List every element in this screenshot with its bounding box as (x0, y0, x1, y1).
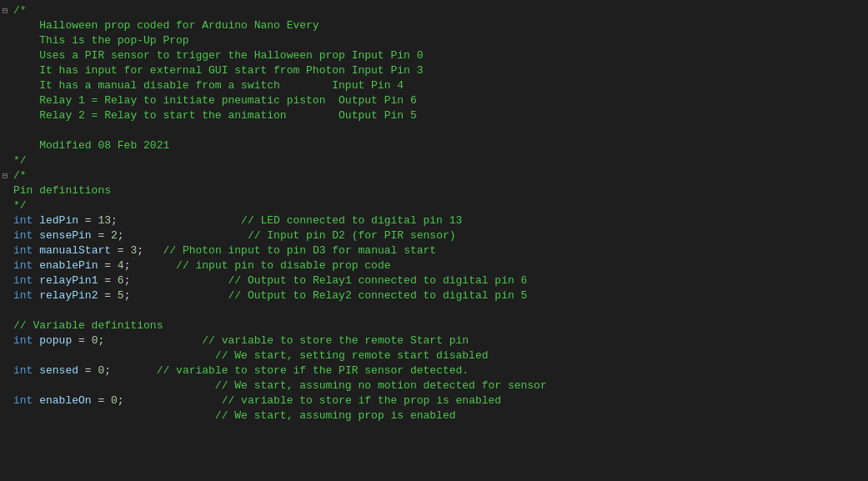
code-line: It has input for external GUI start from… (0, 63, 868, 78)
code-segment: int (13, 364, 33, 377)
code-segment (13, 379, 215, 392)
code-segment: int (13, 334, 33, 347)
code-segment: enablePin (39, 259, 98, 272)
code-segment: /* (13, 169, 27, 182)
code-line: ⊟/* (0, 3, 868, 18)
line-content: int relayPin2 = 5; // Output to Relay2 c… (10, 288, 868, 303)
line-content: // We start, assuming no motion detected… (10, 378, 868, 393)
line-content: int popup = 0; // variable to store the … (10, 333, 868, 348)
fold-icon (0, 393, 10, 408)
code-line: ⊟/* (0, 168, 868, 183)
code-line (0, 123, 868, 138)
fold-icon (0, 108, 10, 123)
code-segment: sensePin (39, 229, 91, 242)
fold-icon[interactable]: ⊟ (0, 3, 10, 18)
code-segment: // We start, assuming prop is enabled (215, 409, 456, 422)
code-line: int popup = 0; // variable to store the … (0, 333, 868, 348)
code-line: int ledPin = 13; // LED connected to dig… (0, 213, 868, 228)
code-segment: // variable to store the remote Start pi… (202, 334, 469, 347)
code-line: Modified 08 Feb 2021 (0, 138, 868, 153)
code-segment: // We start, setting remote start disabl… (215, 349, 489, 362)
line-content: Relay 1 = Relay to initiate pneumatic pi… (10, 93, 868, 108)
code-segment: ; (118, 394, 222, 407)
code-segment: sensed (39, 364, 78, 377)
code-line: int enablePin = 4; // input pin to disab… (0, 258, 868, 273)
fold-icon (0, 258, 10, 273)
line-content: // Variable definitions (10, 318, 868, 333)
line-content: It has input for external GUI start from… (10, 63, 868, 78)
code-segment: int (13, 394, 33, 407)
code-line: // We start, assuming no motion detected… (0, 378, 868, 393)
code-line: // Variable definitions (0, 318, 868, 333)
line-content: It has a manual disable from a switch In… (10, 78, 868, 93)
code-segment: // Output to Relay1 connected to digital… (228, 274, 527, 287)
code-segment: This is the pop-Up Prop (13, 34, 189, 47)
code-segment: ledPin (39, 214, 78, 227)
code-segment: ; (118, 229, 248, 242)
line-content: Relay 2 = Relay to start the animation O… (10, 108, 868, 123)
line-content: This is the pop-Up Prop (10, 33, 868, 48)
line-content: Pin definitions (10, 183, 868, 198)
code-segment: int (13, 289, 33, 302)
code-line: int enableOn = 0; // variable to store i… (0, 393, 868, 408)
code-segment: 5 (118, 289, 124, 302)
code-segment: Uses a PIR sensor to trigger the Hallowe… (13, 49, 423, 62)
code-editor: ⊟/* Halloween prop coded for Arduino Nan… (0, 0, 868, 481)
line-content: /* (10, 3, 868, 18)
fold-icon (0, 348, 10, 363)
line-content: Uses a PIR sensor to trigger the Hallowe… (10, 48, 868, 63)
code-segment: Relay 2 = Relay to start the animation O… (13, 109, 417, 122)
code-segment: = (98, 289, 117, 302)
code-line: // We start, setting remote start disabl… (0, 348, 868, 363)
code-line: Relay 2 = Relay to start the animation O… (0, 108, 868, 123)
code-segment: = (92, 229, 111, 242)
code-segment: // We start, assuming no motion detected… (215, 379, 547, 392)
code-line: Pin definitions (0, 183, 868, 198)
code-segment: */ (13, 199, 27, 212)
code-segment: ; (111, 214, 241, 227)
code-line: int sensed = 0; // variable to store if … (0, 363, 868, 378)
code-segment: popup (39, 334, 72, 347)
code-line: Relay 1 = Relay to initiate pneumatic pi… (0, 93, 868, 108)
code-line: int sensePin = 2; // Input pin D2 (for P… (0, 228, 868, 243)
fold-icon (0, 288, 10, 303)
code-segment: int (13, 259, 33, 272)
code-segment: It has a manual disable from a switch In… (13, 79, 404, 92)
code-segment: // variable to store if the PIR sensor d… (157, 364, 469, 377)
code-line: */ (0, 153, 868, 168)
code-line: int relayPin1 = 6; // Output to Relay1 c… (0, 273, 868, 288)
code-segment: int (13, 229, 33, 242)
code-segment: = (92, 394, 111, 407)
fold-icon (0, 303, 10, 318)
fold-icon (0, 78, 10, 93)
fold-icon (0, 18, 10, 33)
code-line (0, 303, 868, 318)
code-segment: // LED connected to digital pin 13 (241, 214, 462, 227)
code-segment: ; (124, 274, 228, 287)
code-line: */ (0, 198, 868, 213)
code-segment: // Photon input to pin D3 for manual sta… (163, 244, 436, 257)
code-segment: 2 (111, 229, 118, 242)
fold-icon (0, 183, 10, 198)
code-segment: = (78, 214, 98, 227)
code-segment: It has input for external GUI start from… (13, 64, 423, 77)
fold-icon[interactable]: ⊟ (0, 168, 10, 183)
code-segment: // Input pin D2 (for PIR sensor) (248, 229, 456, 242)
line-content: // We start, setting remote start disabl… (10, 348, 868, 363)
code-segment: relayPin2 (39, 289, 98, 302)
code-segment: // Variable definitions (13, 319, 163, 332)
code-segment: = (78, 364, 98, 377)
line-content: int relayPin1 = 6; // Output to Relay1 c… (10, 273, 868, 288)
fold-icon (0, 198, 10, 213)
code-line: Halloween prop coded for Arduino Nano Ev… (0, 18, 868, 33)
fold-icon (0, 33, 10, 48)
code-segment: = (72, 334, 91, 347)
code-segment: enableOn (39, 394, 91, 407)
fold-icon (0, 213, 10, 228)
fold-icon (0, 318, 10, 333)
fold-icon (0, 138, 10, 153)
code-segment (13, 349, 215, 362)
line-content: int enablePin = 4; // input pin to disab… (10, 258, 868, 273)
code-line: Uses a PIR sensor to trigger the Hallowe… (0, 48, 868, 63)
line-content: int sensed = 0; // variable to store if … (10, 363, 868, 378)
